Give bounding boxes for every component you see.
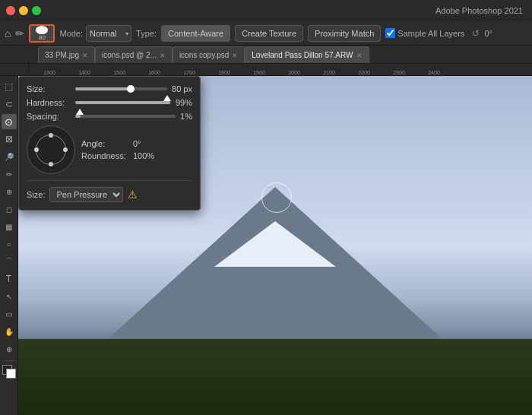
- brush-handle-right[interactable]: [63, 147, 68, 152]
- ruler-tick: 1400: [67, 70, 102, 75]
- path-selection-tool[interactable]: ↖: [2, 289, 17, 304]
- brush-size-label: 80: [39, 35, 46, 41]
- size-jitter-select[interactable]: Pen Pressure Off: [49, 187, 123, 202]
- mode-label: Mode:: [59, 29, 83, 38]
- angle-row: Angle: 0°: [81, 139, 154, 148]
- brush-tool[interactable]: ✏: [2, 166, 17, 182]
- tab-label: icons copy.psd: [179, 51, 229, 59]
- tool-separator: [2, 360, 16, 361]
- hardness-slider-thumb[interactable]: [163, 95, 171, 101]
- warning-icon: ⚠: [128, 188, 138, 201]
- spacing-slider-fill: [75, 115, 81, 118]
- ruler-tick: 2400: [416, 70, 451, 75]
- hardness-row: Hardness: 99%: [27, 98, 192, 107]
- content-aware-button[interactable]: Content-Aware: [161, 25, 230, 42]
- roundness-row: Roundness: 100%: [81, 151, 154, 160]
- tab-close-icon[interactable]: ✕: [232, 52, 238, 59]
- canvas-area[interactable]: Size: 80 px Hardness:: [18, 76, 532, 415]
- tab-close-icon[interactable]: ✕: [82, 52, 88, 59]
- ruler-top: 1300 1400 1500 1600 1700 1800 1900 2000 …: [29, 64, 532, 76]
- brush-tool-icon[interactable]: ✏: [15, 27, 24, 40]
- size-bottom-bar: Size: Pen Pressure Off ⚠: [27, 180, 192, 202]
- hardness-label: Hardness:: [27, 98, 71, 107]
- pen-pressure-wrapper: Pen Pressure Off: [49, 187, 123, 202]
- minimize-button[interactable]: [19, 6, 28, 15]
- background-color[interactable]: [6, 369, 16, 379]
- ruler-corner: [0, 64, 29, 76]
- tab-icons-copy[interactable]: icons copy.psd ✕: [173, 46, 245, 63]
- tab-jpg[interactable]: 33 PM.jpg ✕: [38, 46, 95, 63]
- rotate-icon[interactable]: ↺: [472, 28, 480, 39]
- brush-ellipse: [36, 135, 66, 165]
- tab-bar: 33 PM.jpg ✕ icons.psd @ 2... ✕ icons cop…: [0, 46, 532, 64]
- size-label: Size:: [27, 84, 71, 93]
- tab-close-icon[interactable]: ✕: [160, 52, 166, 59]
- mode-select-wrapper: Normal Multiply Screen ▾: [86, 25, 131, 42]
- hardness-slider-track[interactable]: [75, 101, 171, 104]
- brush-preview[interactable]: [27, 125, 75, 174]
- ruler-tick: 1900: [242, 70, 277, 75]
- create-texture-button[interactable]: Create Texture: [235, 25, 303, 42]
- type-label: Type:: [136, 29, 157, 38]
- tab-icons-psd[interactable]: icons.psd @ 2... ✕: [95, 46, 173, 63]
- gradient-tool[interactable]: ▦: [2, 219, 17, 234]
- brush-handle-bottom[interactable]: [49, 162, 53, 166]
- spacing-row: Spacing: 1%: [27, 112, 192, 121]
- brush-preset-button[interactable]: 80: [29, 24, 55, 43]
- options-bar: ⌂ ✏ 80 Mode: Normal Multiply Screen ▾ Ty…: [0, 21, 532, 46]
- eyedropper-tool[interactable]: 🔎: [2, 149, 17, 164]
- angle-roundness-section: Angle: 0° Roundness: 100%: [27, 125, 192, 174]
- mountain-snow: [214, 221, 336, 267]
- close-button[interactable]: [6, 6, 15, 15]
- mode-group: Mode: Normal Multiply Screen ▾: [59, 25, 131, 42]
- brush-handle-top[interactable]: [49, 133, 53, 138]
- sample-all-layers-checkbox[interactable]: [385, 28, 395, 38]
- mode-select[interactable]: Normal Multiply Screen: [86, 25, 131, 42]
- marquee-tool[interactable]: ⬚: [2, 79, 17, 94]
- roundness-label: Roundness:: [81, 151, 130, 160]
- tab-loveland[interactable]: Loveland Pass Dillon 57.ARW ✕: [245, 46, 369, 63]
- hand-tool[interactable]: ✋: [2, 324, 17, 339]
- proximity-match-button[interactable]: Proximity Match: [308, 25, 381, 42]
- spacing-label: Spacing:: [27, 112, 71, 121]
- clone-tool[interactable]: ⊕: [2, 184, 17, 199]
- ruler-tick: 2200: [347, 70, 382, 75]
- traffic-lights: [6, 6, 41, 15]
- ruler-tick: 1300: [32, 70, 67, 75]
- hardness-slider-fill: [75, 101, 170, 104]
- size-slider-thumb[interactable]: [127, 85, 135, 93]
- spacing-value: 1%: [180, 112, 192, 121]
- ruler-tick: 2000: [277, 70, 312, 75]
- maximize-button[interactable]: [32, 6, 41, 15]
- tab-label: icons.psd @ 2...: [102, 51, 157, 59]
- tab-label: 33 PM.jpg: [45, 51, 79, 59]
- brush-popup: Size: 80 px Hardness:: [18, 76, 201, 211]
- mountain-base: [18, 339, 532, 415]
- title-bar: Adobe Photoshop 2021: [0, 0, 532, 21]
- dodge-tool[interactable]: ○: [2, 236, 17, 252]
- ruler-tick: 2100: [312, 70, 347, 75]
- healing-brush-tool[interactable]: ⊙: [2, 114, 17, 129]
- text-tool[interactable]: T: [2, 271, 17, 287]
- brush-handle-left[interactable]: [34, 147, 39, 152]
- spacing-slider-track[interactable]: [75, 115, 176, 118]
- color-swatch[interactable]: [2, 365, 16, 379]
- ruler-tick: 1500: [102, 70, 137, 75]
- zoom-tool[interactable]: ⊕: [2, 341, 17, 356]
- tab-close-icon[interactable]: ✕: [356, 52, 363, 59]
- home-icon[interactable]: ⌂: [5, 27, 11, 40]
- ruler-numbers: 1300 1400 1500 1600 1700 1800 1900 2000 …: [29, 70, 451, 75]
- lasso-tool[interactable]: ⊂: [2, 97, 17, 112]
- shape-tool[interactable]: ▭: [2, 306, 17, 322]
- size-row: Size: 80 px: [27, 84, 192, 93]
- ruler-tick: 1800: [207, 70, 242, 75]
- eraser-tool[interactable]: ◻: [2, 201, 17, 217]
- sample-all-layers-label: Sample All Layers: [397, 29, 464, 38]
- size-slider-track[interactable]: [75, 87, 167, 90]
- crop-tool[interactable]: ⊠: [2, 131, 17, 147]
- spacing-slider-thumb[interactable]: [76, 109, 84, 115]
- pen-tool[interactable]: ⌒: [2, 254, 17, 269]
- roundness-value: 100%: [133, 151, 154, 160]
- app-title: Adobe Photoshop 2021: [435, 6, 523, 15]
- rotation-value: 0°: [484, 29, 492, 38]
